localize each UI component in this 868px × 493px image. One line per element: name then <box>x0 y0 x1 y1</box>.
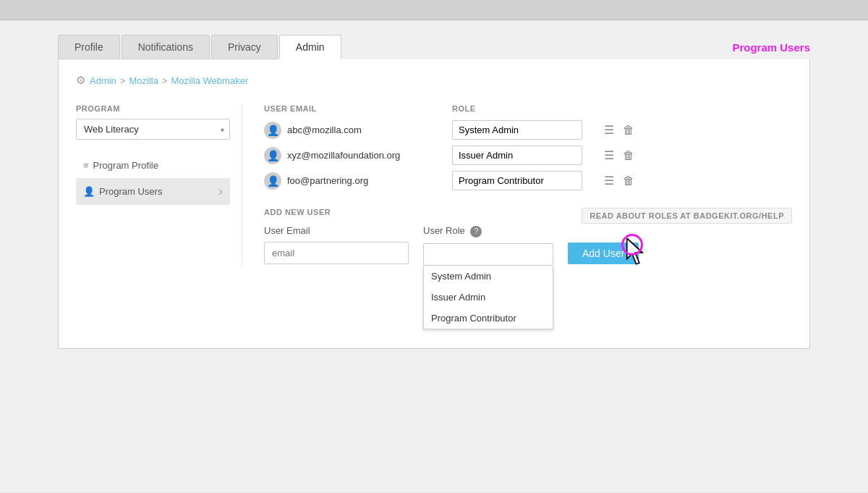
avatar: 👤 <box>264 147 281 164</box>
breadcrumb-sep1: > <box>120 75 126 86</box>
user-email-cell: 👤 foo@partnering.org <box>264 172 452 190</box>
sidebar-item-program-users[interactable]: 👤 Program Users › <box>76 178 230 205</box>
user-email-cell: 👤 abc@mozilla.com <box>264 122 452 139</box>
tab-notifications[interactable]: Notifications <box>122 35 210 59</box>
tab-privacy[interactable]: Privacy <box>211 35 278 59</box>
list-action-button-2[interactable]: ☰ <box>603 172 616 189</box>
page-container: Profile Notifications Privacy Admin Prog… <box>0 20 868 492</box>
breadcrumb-admin[interactable]: Admin <box>90 75 116 86</box>
sidebar-arrow-icon: › <box>218 184 223 199</box>
avatar: 👤 <box>264 172 281 190</box>
breadcrumb-mozilla[interactable]: Mozilla <box>129 75 158 86</box>
role-cell: Issuer Admin <box>452 146 597 165</box>
user-email-text: foo@partnering.org <box>287 175 368 186</box>
user-role-select[interactable]: System AdminIssuer AdminProgram Contribu… <box>423 243 553 266</box>
program-select-wrapper: Web Literacy ▾ <box>76 119 230 140</box>
delete-button-0[interactable]: 🗑 <box>621 122 636 138</box>
add-new-user-label: ADD NEW USER Read about Roles at BadgeKi… <box>264 208 792 216</box>
sidebar: PROGRAM Web Literacy ▾ ≡ Program Profile… <box>76 104 242 266</box>
list-action-button-0[interactable]: ☰ <box>603 122 616 138</box>
role-option-issuer-admin[interactable]: Issuer Admin <box>424 287 553 308</box>
role-field-label: User Role ? <box>423 225 553 237</box>
main-content: USER EMAIL ROLE 👤 abc@mozilla.com System… <box>242 104 792 266</box>
list-action-button-1[interactable]: ☰ <box>603 147 616 164</box>
program-section-label: PROGRAM <box>76 104 230 113</box>
role-select-0[interactable]: System Admin <box>452 120 582 140</box>
user-email-text: xyz@mozillafoundation.org <box>287 150 400 161</box>
role-select-2[interactable]: Program Contributor <box>452 171 582 190</box>
add-user-form-row: User Email User Role ? System AdminIssue… <box>264 225 792 266</box>
tabs-row: Profile Notifications Privacy Admin Prog… <box>58 35 810 59</box>
help-icon[interactable]: ? <box>470 226 482 237</box>
sidebar-item-label-users: Program Users <box>99 186 162 197</box>
role-option-system-admin[interactable]: System Admin <box>424 266 553 287</box>
delete-button-1[interactable]: 🗑 <box>621 148 636 164</box>
email-input[interactable] <box>264 242 409 264</box>
top-bar <box>0 0 868 20</box>
gear-icon: ⚙ <box>76 74 85 87</box>
role-cell: Program Contributor <box>452 171 597 190</box>
program-select[interactable]: Web Literacy <box>76 119 230 140</box>
tab-admin[interactable]: Admin <box>279 35 341 59</box>
role-option-program-contributor[interactable]: Program Contributor <box>424 308 553 329</box>
col-header-user-email: USER EMAIL <box>264 104 452 113</box>
breadcrumb: ⚙ Admin > Mozilla > Mozilla Webmaker <box>76 74 792 87</box>
roles-help-link[interactable]: Read about Roles at BadgeKit.org/help <box>582 208 792 224</box>
table-row: 👤 xyz@mozillafoundation.org Issuer Admin… <box>264 146 792 165</box>
add-new-user-section: ADD NEW USER Read about Roles at BadgeKi… <box>264 208 792 266</box>
sidebar-item-program-profile[interactable]: ≡ Program Profile <box>76 154 230 177</box>
action-icons-1: ☰ 🗑 <box>603 147 636 164</box>
role-field-wrapper: User Role ? System AdminIssuer AdminProg… <box>423 225 553 266</box>
table-row: 👤 foo@partnering.org Program Contributor… <box>264 171 792 190</box>
action-icons-2: ☰ 🗑 <box>603 172 636 189</box>
sidebar-item-label-profile: Program Profile <box>93 160 158 171</box>
tab-profile[interactable]: Profile <box>58 35 120 59</box>
action-icons-0: ☰ 🗑 <box>603 122 636 138</box>
col-header-role: ROLE <box>452 104 597 113</box>
content-layout: PROGRAM Web Literacy ▾ ≡ Program Profile… <box>76 104 792 266</box>
user-icon: 👤 <box>83 186 95 197</box>
delete-button-2[interactable]: 🗑 <box>621 173 636 189</box>
add-user-btn-container: Add User <box>568 225 639 264</box>
breadcrumb-sep2: > <box>162 75 168 86</box>
user-email-text: abc@mozilla.com <box>287 125 362 135</box>
table-header-row: USER EMAIL ROLE <box>264 104 792 113</box>
add-user-button[interactable]: Add User <box>568 243 639 264</box>
user-role-dropdown: System AdminIssuer AdminProgram Contribu… <box>423 243 553 266</box>
avatar: 👤 <box>264 122 281 139</box>
email-field-wrapper: User Email <box>264 225 409 264</box>
main-panel: ⚙ Admin > Mozilla > Mozilla Webmaker PRO… <box>58 59 810 349</box>
user-email-cell: 👤 xyz@mozillafoundation.org <box>264 147 452 164</box>
role-dropdown-options: System Admin Issuer Admin Program Contri… <box>423 266 553 329</box>
email-field-label: User Email <box>264 225 409 236</box>
program-users-link[interactable]: Program Users <box>732 41 810 59</box>
role-cell: System Admin <box>452 120 597 140</box>
role-select-1[interactable]: Issuer Admin <box>452 146 582 165</box>
breadcrumb-webmaker[interactable]: Mozilla Webmaker <box>171 75 249 86</box>
table-row: 👤 abc@mozilla.com System Admin ☰ 🗑 <box>264 120 792 140</box>
list-icon: ≡ <box>83 160 89 171</box>
